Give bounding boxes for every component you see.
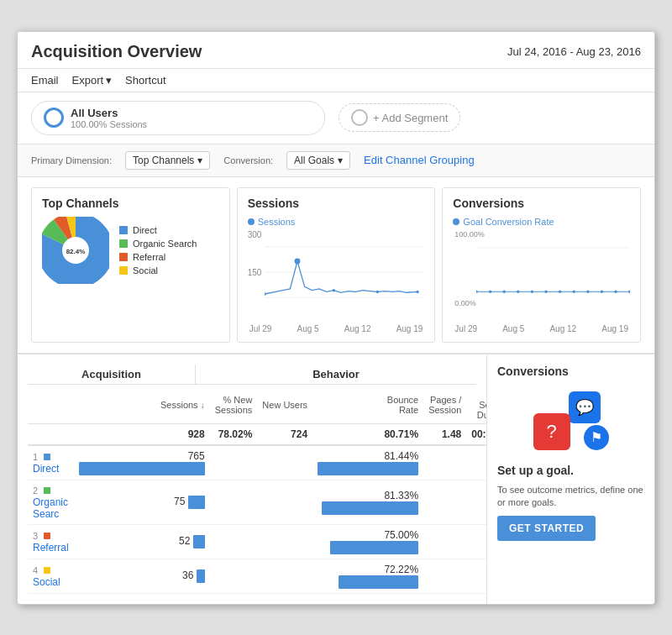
conv-svg xyxy=(476,230,630,314)
export-button[interactable]: Export ▾ xyxy=(72,74,113,87)
svg-point-21 xyxy=(559,290,561,292)
legend-direct: Direct xyxy=(119,225,197,235)
goal-icons: 💬 ? ⚑ xyxy=(533,391,609,450)
add-segment-label: + Add Segment xyxy=(373,112,448,124)
svg-point-8 xyxy=(294,258,300,264)
acquisition-header: Acquisition xyxy=(28,365,196,384)
table-row: 4 Social 36 72.22% xyxy=(28,559,486,593)
section-headers: Acquisition Behavior xyxy=(28,365,476,385)
chevron-down-icon: ▾ xyxy=(338,155,343,166)
total-duration: 00:01:13 xyxy=(466,423,486,445)
table-row: 3 Referral 52 75.00% xyxy=(28,524,486,559)
direct-link[interactable]: Direct xyxy=(33,463,59,475)
edit-channel-grouping-link[interactable]: Edit Channel Grouping xyxy=(364,154,475,166)
sessions-bar xyxy=(188,496,205,509)
pie-container: 82.4% Direct Organic Search Referral xyxy=(42,217,219,284)
svg-point-16 xyxy=(489,290,491,292)
sessions-chart-area: 300 150 xyxy=(248,230,425,323)
flag-icon: ⚑ xyxy=(584,425,609,450)
conversion-label: Conversion: xyxy=(223,155,273,165)
chat-icon: 💬 xyxy=(569,391,601,423)
email-link[interactable]: Email xyxy=(31,74,59,87)
data-table: Sessions ↓ % NewSessions New Users Bounc… xyxy=(28,386,486,594)
conversions-title: Conversions xyxy=(453,197,630,210)
add-segment-circle-icon xyxy=(351,109,368,126)
svg-point-23 xyxy=(587,290,590,292)
referral-dot xyxy=(44,533,50,539)
new-users-col-header: New Users xyxy=(257,386,312,424)
svg-point-9 xyxy=(265,292,266,295)
header: Acquisition Overview Jul 24, 2016 - Aug … xyxy=(18,32,654,69)
top-channels-select[interactable]: Top Channels ▾ xyxy=(125,151,210,170)
organic-color-dot xyxy=(119,239,128,248)
conversions-chart: Conversions Goal Conversion Rate 100.00%… xyxy=(442,187,641,343)
toolbar: Email Export ▾ Shortcut xyxy=(18,69,654,92)
sessions-xaxis: Jul 29 Aug 5 Aug 12 Aug 19 xyxy=(248,324,425,333)
legend-organic: Organic Search xyxy=(119,239,197,249)
total-bounce: 80.71% xyxy=(312,423,423,445)
totals-row: 928 78.02% 724 80.71% 1.48 00:01:13 xyxy=(28,423,486,445)
top-channels-title: Top Channels xyxy=(42,197,219,210)
sessions-bar xyxy=(193,535,205,548)
conv-panel-title: Conversions xyxy=(497,365,569,378)
page-wrapper: Acquisition Overview Jul 24, 2016 - Aug … xyxy=(17,31,655,605)
date-range: Jul 24, 2016 - Aug 23, 2016 xyxy=(507,45,641,58)
pie-chart: 82.4% xyxy=(42,217,109,284)
organic-dot xyxy=(44,487,50,494)
svg-point-19 xyxy=(531,290,533,292)
charts-row: Top Channels 82.4% xyxy=(18,177,654,354)
conversions-side-panel: Conversions 💬 ? ⚑ Set up a goal. To see … xyxy=(486,354,654,604)
organic-link[interactable]: Organic Searc xyxy=(33,496,68,520)
svg-point-25 xyxy=(615,290,617,292)
goal-title: Set up a goal. xyxy=(497,464,574,477)
social-link[interactable]: Social xyxy=(33,576,60,588)
get-started-button[interactable]: GET STARTED xyxy=(497,516,596,541)
pie-legend: Direct Organic Search Referral Social xyxy=(119,225,197,276)
add-segment-button[interactable]: + Add Segment xyxy=(339,103,460,132)
svg-point-20 xyxy=(545,290,548,292)
duration-col-header: Avg.SessionDuration xyxy=(466,386,486,424)
bounce-bar xyxy=(339,575,418,589)
sessions-legend: Sessions xyxy=(258,217,296,227)
direct-dot xyxy=(44,454,50,460)
conv-chart-area: 100.00% 0.00% xyxy=(453,230,630,323)
pages-col-header: Pages /Session xyxy=(423,386,466,424)
table-header-row: Sessions ↓ % NewSessions New Users Bounc… xyxy=(28,386,486,424)
question-icon: ? xyxy=(533,413,570,450)
svg-point-12 xyxy=(416,290,418,292)
all-users-segment[interactable]: All Users 100.00% Sessions xyxy=(31,101,325,135)
bounce-bar xyxy=(322,501,418,515)
segment-bar: All Users 100.00% Sessions + Add Segment xyxy=(18,92,654,144)
svg-point-18 xyxy=(517,290,520,292)
conv-xaxis: Jul 29 Aug 5 Aug 12 Aug 19 xyxy=(453,324,630,333)
direct-color-dot xyxy=(119,226,128,234)
total-pages: 1.48 xyxy=(423,423,466,445)
segment-icon xyxy=(44,108,64,128)
social-dot xyxy=(44,567,50,574)
sessions-chart: Sessions Sessions 300 150 xyxy=(237,187,436,343)
svg-point-15 xyxy=(476,290,478,292)
data-section: Acquisition Behavior Sessions ↓ % NewSes… xyxy=(18,354,654,604)
svg-point-11 xyxy=(375,290,378,292)
legend-social: Social xyxy=(119,265,197,276)
segment-name: All Users xyxy=(71,107,147,119)
referral-link[interactable]: Referral xyxy=(33,542,69,554)
bounce-bar xyxy=(330,541,418,554)
sessions-dot xyxy=(248,218,255,225)
svg-point-17 xyxy=(503,290,506,292)
sessions-title: Sessions xyxy=(248,197,425,210)
page-title: Acquisition Overview xyxy=(31,42,202,61)
legend-referral: Referral xyxy=(119,252,197,262)
channel-col-header xyxy=(28,386,74,424)
table-row: 1 Direct 765 81.44% xyxy=(28,445,486,480)
svg-point-24 xyxy=(601,290,603,292)
conv-legend: Goal Conversion Rate xyxy=(463,217,554,227)
sessions-svg xyxy=(265,230,425,314)
shortcut-link[interactable]: Shortcut xyxy=(125,74,165,87)
svg-point-22 xyxy=(573,290,575,292)
sessions-col-header: Sessions ↓ xyxy=(74,386,210,424)
chevron-down-icon: ▾ xyxy=(197,155,202,166)
all-goals-select[interactable]: All Goals ▾ xyxy=(286,151,350,170)
top-channels-chart: Top Channels 82.4% xyxy=(31,187,230,343)
bounce-bar xyxy=(318,462,418,475)
